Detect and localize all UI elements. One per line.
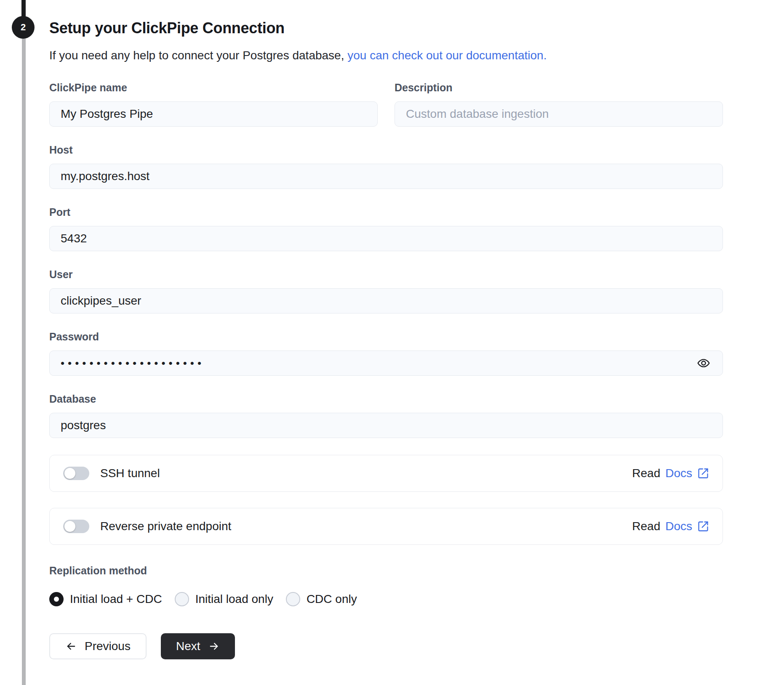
step-number: 2 (21, 22, 26, 33)
replication-method-options: Initial load + CDC Initial load only CDC… (49, 592, 723, 606)
radio-unselected-icon[interactable] (175, 592, 189, 606)
reverse-private-endpoint-label: Reverse private endpoint (100, 520, 231, 533)
clickpipe-name-label: ClickPipe name (49, 81, 378, 94)
radio-selected-icon[interactable] (49, 592, 64, 606)
radio-initial-load-only[interactable]: Initial load only (175, 592, 273, 606)
connection-form: ClickPipe name Description Host Port Use… (49, 81, 723, 659)
external-link-icon[interactable] (697, 467, 709, 479)
host-group: Host (49, 143, 723, 189)
replication-method-label: Replication method (49, 564, 723, 577)
next-button[interactable]: Next (161, 633, 235, 659)
database-group: Database (49, 393, 723, 438)
port-group: Port (49, 206, 723, 251)
description-input[interactable] (395, 101, 723, 127)
stepper-line-top (21, 0, 26, 17)
host-input[interactable] (49, 164, 723, 189)
eye-icon (697, 356, 710, 370)
step-2-badge: 2 (12, 16, 35, 39)
clickpipe-name-group: ClickPipe name (49, 81, 378, 127)
password-group: Password (49, 330, 723, 376)
radio-initial-load-cdc[interactable]: Initial load + CDC (49, 592, 162, 606)
ssh-tunnel-label: SSH tunnel (100, 467, 160, 480)
clickpipe-connection-panel: Setup your ClickPipe Connection If you n… (49, 19, 723, 659)
arrow-right-icon (208, 640, 220, 652)
ssh-docs-link[interactable]: Docs (665, 467, 692, 480)
ssh-tunnel-row: SSH tunnel Read Docs (49, 455, 723, 492)
database-input[interactable] (49, 413, 723, 438)
reverse-private-endpoint-row: Reverse private endpoint Read Docs (49, 508, 723, 545)
user-input[interactable] (49, 288, 723, 313)
toggle-knob (64, 521, 75, 532)
description-group: Description (395, 81, 723, 127)
form-actions: Previous Next (49, 633, 723, 659)
toggle-knob (64, 468, 75, 479)
stepper-line-bottom (22, 39, 26, 685)
database-label: Database (49, 393, 723, 405)
radio-unselected-icon[interactable] (286, 592, 300, 606)
port-label: Port (49, 206, 723, 218)
radio-cdc-only[interactable]: CDC only (286, 592, 357, 606)
previous-button[interactable]: Previous (49, 633, 147, 659)
radio-label: Initial load only (195, 592, 273, 606)
documentation-link[interactable]: you can check out our documentation. (347, 49, 547, 62)
ssh-read-text: Read (632, 467, 660, 480)
clickpipe-name-input[interactable] (49, 101, 378, 127)
description-label: Description (395, 81, 723, 94)
radio-label: CDC only (307, 592, 357, 606)
previous-button-label: Previous (85, 640, 131, 653)
user-label: User (49, 268, 723, 281)
reverse-private-endpoint-toggle[interactable] (63, 520, 89, 533)
password-label: Password (49, 330, 723, 343)
radio-label: Initial load + CDC (70, 592, 162, 606)
arrow-left-icon (65, 640, 77, 652)
help-text: If you need any help to connect your Pos… (49, 48, 723, 64)
page-title: Setup your ClickPipe Connection (49, 19, 723, 37)
port-input[interactable] (49, 226, 723, 251)
external-link-icon[interactable] (697, 520, 709, 532)
next-button-label: Next (176, 640, 200, 653)
rpe-read-text: Read (632, 520, 660, 533)
show-password-button[interactable] (694, 354, 713, 372)
user-group: User (49, 268, 723, 313)
password-input[interactable] (49, 350, 723, 376)
help-text-plain: If you need any help to connect your Pos… (49, 49, 347, 62)
ssh-tunnel-toggle[interactable] (63, 467, 89, 480)
host-label: Host (49, 143, 723, 156)
rpe-docs-link[interactable]: Docs (665, 520, 692, 533)
